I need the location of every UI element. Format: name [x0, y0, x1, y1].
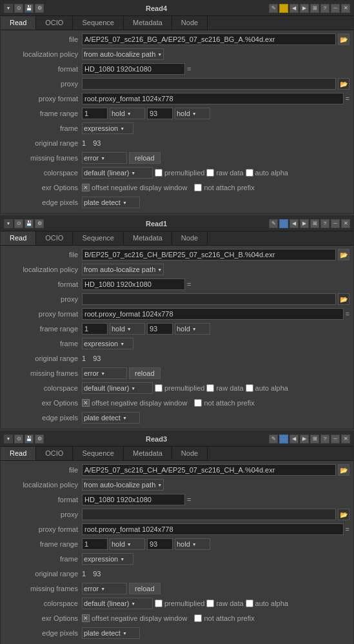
file-input[interactable]	[82, 249, 336, 260]
offset-negative-label[interactable]: ✕ offset negative display window	[82, 184, 187, 191]
premultiplied-checkbox[interactable]	[155, 384, 162, 392]
pin-icon[interactable]: ⊙	[14, 434, 23, 444]
raw-data-checkbox[interactable]	[206, 169, 214, 177]
save-icon[interactable]: 💾	[25, 4, 34, 13]
frame-hold1-dropdown[interactable]: hold	[110, 538, 145, 550]
frame-hold1-dropdown[interactable]: hold	[110, 108, 145, 119]
tab-ocio[interactable]: OCIO	[36, 16, 73, 30]
proxy-input[interactable]	[82, 509, 336, 520]
auto-alpha-label[interactable]: auto alpha	[246, 600, 288, 607]
localization-dropdown[interactable]: from auto-localize path	[82, 48, 164, 60]
auto-alpha-label[interactable]: auto alpha	[246, 169, 288, 177]
tab-node[interactable]: Node	[172, 447, 208, 460]
proxy-format-input[interactable]	[82, 93, 344, 104]
tab-read[interactable]: Read	[1, 231, 36, 245]
pin-icon[interactable]: ⊙	[14, 219, 23, 228]
question-icon[interactable]: ?	[320, 219, 329, 228]
frame-end-input[interactable]	[147, 108, 173, 119]
edit-icon[interactable]: ✎	[269, 219, 278, 228]
frame-end-input[interactable]	[147, 323, 173, 335]
format-eq[interactable]: =	[187, 280, 191, 288]
premultiplied-checkbox[interactable]	[155, 600, 162, 607]
premultiplied-checkbox[interactable]	[155, 169, 162, 177]
proxy-input[interactable]	[82, 78, 336, 90]
frame-start-input[interactable]	[82, 538, 108, 550]
frame-dropdown[interactable]: expression	[82, 553, 133, 565]
nav-left[interactable]: ◀	[290, 434, 299, 444]
frame-start-input[interactable]	[82, 323, 108, 335]
question-icon[interactable]: ?	[320, 434, 329, 444]
proxy-input[interactable]	[82, 293, 336, 305]
format-eq[interactable]: =	[187, 65, 191, 73]
proxy-folder-icon[interactable]: 📂	[338, 509, 349, 520]
file-folder-icon[interactable]: 📂	[338, 34, 349, 45]
file-folder-icon[interactable]: 📂	[338, 249, 349, 260]
minimize-btn[interactable]: ─	[331, 219, 340, 228]
minimize-btn[interactable]: ─	[331, 434, 340, 444]
minimize-btn[interactable]: ─	[331, 4, 340, 13]
not-attach-prefix-checkbox[interactable]	[194, 184, 202, 191]
tab-metadata[interactable]: Metadata	[124, 231, 172, 245]
proxy-format-eq[interactable]: =	[346, 525, 349, 533]
pin-icon[interactable]: ⊙	[14, 4, 23, 13]
missing-frames-dropdown[interactable]: error	[82, 583, 127, 594]
raw-data-label[interactable]: raw data	[206, 384, 243, 392]
question-icon[interactable]: ?	[320, 4, 329, 13]
auto-alpha-checkbox[interactable]	[246, 384, 253, 392]
save-icon[interactable]: 💾	[25, 434, 34, 444]
tab-ocio[interactable]: OCIO	[36, 231, 73, 245]
auto-alpha-checkbox[interactable]	[246, 600, 253, 607]
proxy-folder-icon[interactable]: 📂	[338, 78, 349, 90]
proxy-format-eq[interactable]: =	[346, 310, 349, 318]
format-eq[interactable]: =	[187, 496, 191, 503]
missing-frames-dropdown[interactable]: error	[82, 152, 127, 164]
offset-negative-label[interactable]: ✕ offset negative display window	[82, 399, 187, 407]
format-input[interactable]	[82, 494, 185, 505]
color-indicator[interactable]	[279, 434, 288, 444]
localization-dropdown[interactable]: from auto-localize path	[82, 479, 164, 491]
frame-dropdown[interactable]: expression	[82, 122, 133, 134]
proxy-folder-icon[interactable]: 📂	[338, 293, 349, 305]
frame-hold2-dropdown[interactable]: hold	[175, 323, 210, 335]
nav-right[interactable]: ▶	[300, 4, 309, 13]
color-indicator[interactable]	[279, 219, 288, 228]
proxy-format-input[interactable]	[82, 523, 344, 535]
close-btn[interactable]: ✕	[341, 434, 350, 444]
frame-end-input[interactable]	[147, 538, 173, 550]
expand-icon[interactable]: ⊞	[310, 4, 319, 13]
premultiplied-label[interactable]: premultiplied	[155, 384, 204, 392]
close-btn[interactable]: ✕	[341, 4, 350, 13]
raw-data-label[interactable]: raw data	[206, 169, 243, 177]
tab-node[interactable]: Node	[172, 16, 208, 30]
format-input[interactable]	[82, 278, 185, 290]
help-icon[interactable]: ⚙	[35, 4, 44, 13]
not-attach-prefix-label[interactable]: not attach prefix	[194, 184, 254, 191]
reload-button[interactable]: reload	[129, 367, 161, 379]
colorspace-dropdown[interactable]: default (linear)	[82, 382, 153, 394]
colorspace-dropdown[interactable]: default (linear)	[82, 167, 153, 179]
missing-frames-dropdown[interactable]: error	[82, 367, 127, 379]
proxy-format-eq[interactable]: =	[346, 95, 349, 102]
auto-alpha-checkbox[interactable]	[246, 169, 253, 177]
edit-icon[interactable]: ✎	[269, 434, 278, 444]
color-indicator[interactable]	[279, 4, 288, 13]
frame-dropdown[interactable]: expression	[82, 338, 133, 349]
nav-right[interactable]: ▶	[300, 219, 309, 228]
raw-data-checkbox[interactable]	[206, 600, 214, 607]
not-attach-prefix-label[interactable]: not attach prefix	[194, 614, 254, 622]
colorspace-dropdown[interactable]: default (linear)	[82, 598, 153, 609]
tab-metadata[interactable]: Metadata	[124, 16, 172, 30]
help-icon[interactable]: ⚙	[35, 434, 44, 444]
tab-sequence[interactable]: Sequence	[73, 447, 124, 460]
tab-sequence[interactable]: Sequence	[73, 231, 124, 245]
collapse-icon[interactable]: ▼	[4, 4, 13, 13]
edge-pixels-dropdown[interactable]: plate detect	[82, 412, 140, 424]
proxy-format-input[interactable]	[82, 308, 344, 320]
save-icon[interactable]: 💾	[25, 219, 34, 228]
tab-sequence[interactable]: Sequence	[73, 16, 124, 30]
nav-left[interactable]: ◀	[290, 4, 299, 13]
reload-button[interactable]: reload	[129, 583, 161, 594]
edit-icon[interactable]: ✎	[269, 4, 278, 13]
file-folder-icon[interactable]: 📂	[338, 464, 349, 476]
frame-start-input[interactable]	[82, 108, 108, 119]
